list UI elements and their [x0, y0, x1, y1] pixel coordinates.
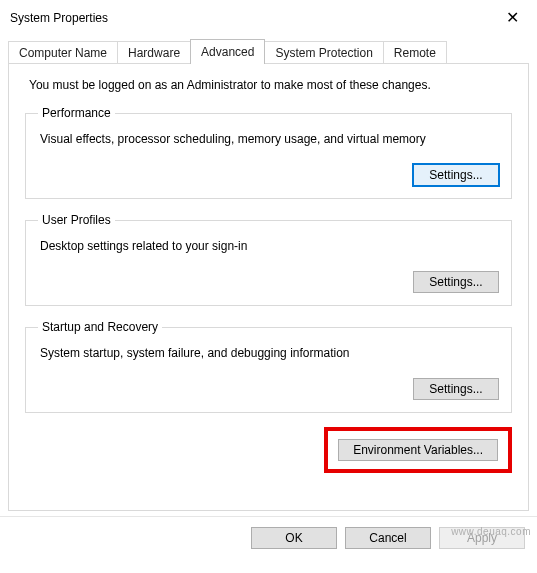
group-performance: Performance Visual effects, processor sc… — [25, 106, 512, 199]
tab-panel-advanced: You must be logged on as an Administrato… — [8, 63, 529, 511]
window-title: System Properties — [10, 11, 108, 25]
tab-computer-name[interactable]: Computer Name — [8, 41, 118, 64]
ok-button[interactable]: OK — [251, 527, 337, 549]
performance-settings-button[interactable]: Settings... — [413, 164, 499, 186]
tab-strip: Computer Name Hardware Advanced System P… — [0, 39, 537, 64]
environment-variables-row: Environment Variables... — [25, 427, 512, 473]
group-startup-recovery-desc: System startup, system failure, and debu… — [40, 346, 499, 360]
dialog-button-row: OK Cancel Apply — [0, 516, 537, 559]
startup-recovery-settings-button[interactable]: Settings... — [413, 378, 499, 400]
group-user-profiles: User Profiles Desktop settings related t… — [25, 213, 512, 306]
user-profiles-settings-button[interactable]: Settings... — [413, 271, 499, 293]
environment-variables-button[interactable]: Environment Variables... — [338, 439, 498, 461]
tab-remote[interactable]: Remote — [383, 41, 447, 64]
intro-text: You must be logged on as an Administrato… — [29, 78, 512, 92]
group-startup-recovery-legend: Startup and Recovery — [38, 320, 162, 334]
group-user-profiles-desc: Desktop settings related to your sign-in — [40, 239, 499, 253]
title-bar: System Properties ✕ — [0, 0, 537, 33]
tab-system-protection[interactable]: System Protection — [264, 41, 383, 64]
close-icon[interactable]: ✕ — [498, 6, 527, 29]
tab-advanced[interactable]: Advanced — [190, 39, 265, 64]
highlight-frame: Environment Variables... — [324, 427, 512, 473]
group-startup-recovery: Startup and Recovery System startup, sys… — [25, 320, 512, 413]
group-user-profiles-legend: User Profiles — [38, 213, 115, 227]
tab-hardware[interactable]: Hardware — [117, 41, 191, 64]
group-performance-desc: Visual effects, processor scheduling, me… — [40, 132, 499, 146]
apply-button[interactable]: Apply — [439, 527, 525, 549]
group-performance-legend: Performance — [38, 106, 115, 120]
cancel-button[interactable]: Cancel — [345, 527, 431, 549]
